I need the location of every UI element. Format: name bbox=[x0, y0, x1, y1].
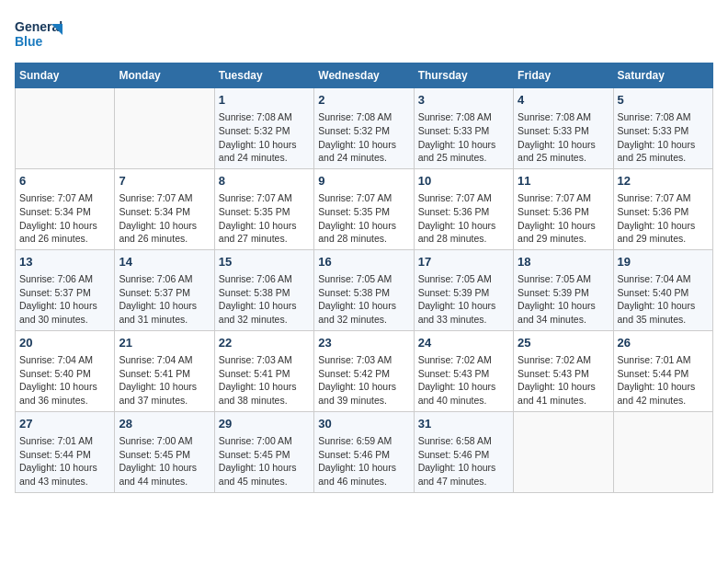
weekday-header-saturday: Saturday bbox=[613, 63, 712, 88]
calendar-cell: 31Sunrise: 6:58 AM Sunset: 5:46 PM Dayli… bbox=[414, 411, 513, 492]
calendar-cell bbox=[115, 88, 214, 169]
weekday-header-sunday: Sunday bbox=[16, 63, 115, 88]
calendar-cell: 28Sunrise: 7:00 AM Sunset: 5:45 PM Dayli… bbox=[115, 411, 214, 492]
calendar-cell: 29Sunrise: 7:00 AM Sunset: 5:45 PM Dayli… bbox=[214, 411, 313, 492]
day-detail: Sunrise: 7:06 AM Sunset: 5:37 PM Dayligh… bbox=[19, 272, 110, 327]
calendar-cell: 8Sunrise: 7:07 AM Sunset: 5:35 PM Daylig… bbox=[214, 168, 313, 249]
calendar-cell: 14Sunrise: 7:06 AM Sunset: 5:37 PM Dayli… bbox=[115, 249, 214, 330]
calendar-cell: 30Sunrise: 6:59 AM Sunset: 5:46 PM Dayli… bbox=[314, 411, 414, 492]
day-number: 19 bbox=[618, 254, 709, 270]
logo-icon: General Blue bbox=[15, 15, 63, 55]
day-detail: Sunrise: 7:07 AM Sunset: 5:36 PM Dayligh… bbox=[418, 191, 509, 246]
weekday-header-friday: Friday bbox=[514, 63, 613, 88]
day-number: 2 bbox=[318, 92, 409, 109]
calendar-cell: 15Sunrise: 7:06 AM Sunset: 5:38 PM Dayli… bbox=[214, 249, 313, 330]
calendar-cell: 16Sunrise: 7:05 AM Sunset: 5:38 PM Dayli… bbox=[314, 249, 414, 330]
weekday-row: SundayMondayTuesdayWednesdayThursdayFrid… bbox=[16, 63, 713, 88]
day-number: 21 bbox=[119, 335, 210, 351]
day-detail: Sunrise: 7:03 AM Sunset: 5:42 PM Dayligh… bbox=[318, 353, 409, 408]
weekday-header-monday: Monday bbox=[115, 63, 214, 88]
day-number: 28 bbox=[119, 416, 210, 432]
day-number: 24 bbox=[418, 335, 509, 351]
day-detail: Sunrise: 7:08 AM Sunset: 5:33 PM Dayligh… bbox=[618, 110, 709, 165]
calendar-cell: 25Sunrise: 7:02 AM Sunset: 5:43 PM Dayli… bbox=[514, 330, 613, 411]
page-header: General Blue bbox=[15, 15, 713, 55]
calendar-cell: 9Sunrise: 7:07 AM Sunset: 5:35 PM Daylig… bbox=[314, 168, 414, 249]
calendar-cell: 12Sunrise: 7:07 AM Sunset: 5:36 PM Dayli… bbox=[613, 168, 712, 249]
day-detail: Sunrise: 7:05 AM Sunset: 5:39 PM Dayligh… bbox=[418, 272, 509, 327]
day-number: 7 bbox=[119, 173, 210, 190]
day-detail: Sunrise: 7:07 AM Sunset: 5:36 PM Dayligh… bbox=[618, 191, 709, 246]
day-detail: Sunrise: 7:05 AM Sunset: 5:39 PM Dayligh… bbox=[518, 272, 609, 327]
day-number: 8 bbox=[219, 173, 310, 190]
day-number: 13 bbox=[19, 254, 110, 270]
svg-text:Blue: Blue bbox=[15, 34, 43, 49]
day-detail: Sunrise: 7:02 AM Sunset: 5:43 PM Dayligh… bbox=[518, 353, 609, 408]
weekday-header-thursday: Thursday bbox=[414, 63, 513, 88]
day-number: 3 bbox=[418, 92, 509, 109]
calendar-cell bbox=[16, 88, 115, 169]
calendar-cell: 26Sunrise: 7:01 AM Sunset: 5:44 PM Dayli… bbox=[613, 330, 712, 411]
day-detail: Sunrise: 7:07 AM Sunset: 5:35 PM Dayligh… bbox=[318, 191, 409, 246]
calendar-cell: 2Sunrise: 7:08 AM Sunset: 5:32 PM Daylig… bbox=[314, 88, 414, 169]
calendar-cell: 27Sunrise: 7:01 AM Sunset: 5:44 PM Dayli… bbox=[16, 411, 115, 492]
weekday-header-tuesday: Tuesday bbox=[214, 63, 313, 88]
day-detail: Sunrise: 7:07 AM Sunset: 5:35 PM Dayligh… bbox=[219, 191, 310, 246]
day-detail: Sunrise: 7:08 AM Sunset: 5:33 PM Dayligh… bbox=[418, 110, 509, 165]
weekday-header-wednesday: Wednesday bbox=[314, 63, 414, 88]
day-number: 25 bbox=[518, 335, 609, 351]
day-number: 1 bbox=[219, 92, 310, 109]
calendar-week-row: 27Sunrise: 7:01 AM Sunset: 5:44 PM Dayli… bbox=[16, 411, 713, 492]
calendar-cell: 3Sunrise: 7:08 AM Sunset: 5:33 PM Daylig… bbox=[414, 88, 513, 169]
day-number: 20 bbox=[19, 335, 110, 351]
calendar-cell: 19Sunrise: 7:04 AM Sunset: 5:40 PM Dayli… bbox=[613, 249, 712, 330]
day-detail: Sunrise: 6:59 AM Sunset: 5:46 PM Dayligh… bbox=[318, 434, 409, 488]
calendar-table: SundayMondayTuesdayWednesdayThursdayFrid… bbox=[15, 63, 713, 493]
day-detail: Sunrise: 7:07 AM Sunset: 5:36 PM Dayligh… bbox=[518, 191, 609, 246]
day-number: 23 bbox=[318, 335, 409, 351]
day-detail: Sunrise: 7:06 AM Sunset: 5:37 PM Dayligh… bbox=[119, 272, 210, 327]
day-number: 10 bbox=[418, 173, 509, 190]
day-detail: Sunrise: 7:07 AM Sunset: 5:34 PM Dayligh… bbox=[119, 191, 210, 246]
calendar-cell: 22Sunrise: 7:03 AM Sunset: 5:41 PM Dayli… bbox=[214, 330, 313, 411]
calendar-cell: 18Sunrise: 7:05 AM Sunset: 5:39 PM Dayli… bbox=[514, 249, 613, 330]
day-number: 17 bbox=[418, 254, 509, 270]
calendar-week-row: 1Sunrise: 7:08 AM Sunset: 5:32 PM Daylig… bbox=[16, 88, 713, 169]
calendar-cell bbox=[613, 411, 712, 492]
calendar-cell: 21Sunrise: 7:04 AM Sunset: 5:41 PM Dayli… bbox=[115, 330, 214, 411]
calendar-cell: 4Sunrise: 7:08 AM Sunset: 5:33 PM Daylig… bbox=[514, 88, 613, 169]
day-number: 5 bbox=[618, 92, 709, 109]
day-detail: Sunrise: 7:07 AM Sunset: 5:34 PM Dayligh… bbox=[19, 191, 110, 246]
day-number: 15 bbox=[219, 254, 310, 270]
day-number: 9 bbox=[318, 173, 409, 190]
calendar-cell: 17Sunrise: 7:05 AM Sunset: 5:39 PM Dayli… bbox=[414, 249, 513, 330]
day-number: 12 bbox=[618, 173, 709, 190]
day-detail: Sunrise: 7:01 AM Sunset: 5:44 PM Dayligh… bbox=[618, 353, 709, 408]
calendar-cell: 1Sunrise: 7:08 AM Sunset: 5:32 PM Daylig… bbox=[214, 88, 313, 169]
day-number: 30 bbox=[318, 416, 409, 432]
day-number: 11 bbox=[518, 173, 609, 190]
calendar-week-row: 6Sunrise: 7:07 AM Sunset: 5:34 PM Daylig… bbox=[16, 168, 713, 249]
day-detail: Sunrise: 7:02 AM Sunset: 5:43 PM Dayligh… bbox=[418, 353, 509, 408]
calendar-cell: 11Sunrise: 7:07 AM Sunset: 5:36 PM Dayli… bbox=[514, 168, 613, 249]
day-detail: Sunrise: 7:01 AM Sunset: 5:44 PM Dayligh… bbox=[19, 434, 110, 488]
day-number: 6 bbox=[19, 173, 110, 190]
day-detail: Sunrise: 7:04 AM Sunset: 5:41 PM Dayligh… bbox=[119, 353, 210, 408]
day-detail: Sunrise: 7:08 AM Sunset: 5:32 PM Dayligh… bbox=[219, 110, 310, 165]
day-number: 14 bbox=[119, 254, 210, 270]
calendar-week-row: 20Sunrise: 7:04 AM Sunset: 5:40 PM Dayli… bbox=[16, 330, 713, 411]
day-number: 27 bbox=[19, 416, 110, 432]
day-detail: Sunrise: 7:00 AM Sunset: 5:45 PM Dayligh… bbox=[219, 434, 310, 488]
day-number: 16 bbox=[318, 254, 409, 270]
calendar-cell bbox=[514, 411, 613, 492]
day-number: 29 bbox=[219, 416, 310, 432]
calendar-cell: 5Sunrise: 7:08 AM Sunset: 5:33 PM Daylig… bbox=[613, 88, 712, 169]
day-detail: Sunrise: 7:08 AM Sunset: 5:33 PM Dayligh… bbox=[518, 110, 609, 165]
calendar-cell: 6Sunrise: 7:07 AM Sunset: 5:34 PM Daylig… bbox=[16, 168, 115, 249]
day-detail: Sunrise: 7:05 AM Sunset: 5:38 PM Dayligh… bbox=[318, 272, 409, 327]
calendar-cell: 24Sunrise: 7:02 AM Sunset: 5:43 PM Dayli… bbox=[414, 330, 513, 411]
calendar-cell: 20Sunrise: 7:04 AM Sunset: 5:40 PM Dayli… bbox=[16, 330, 115, 411]
day-number: 18 bbox=[518, 254, 609, 270]
calendar-cell: 13Sunrise: 7:06 AM Sunset: 5:37 PM Dayli… bbox=[16, 249, 115, 330]
day-number: 22 bbox=[219, 335, 310, 351]
